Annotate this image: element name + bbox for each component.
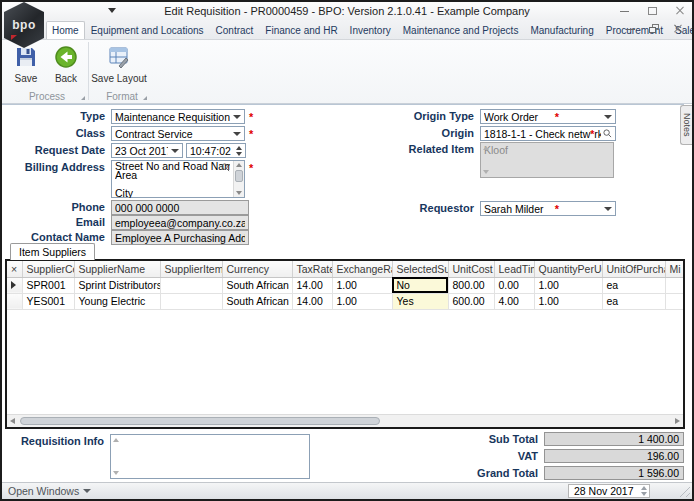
scrollbar-thumb[interactable] [20,417,380,425]
chevron-down-icon[interactable] [233,115,241,119]
scroll-up-icon[interactable] [236,163,242,167]
cell[interactable]: 1.00 [534,277,602,293]
cell[interactable]: 0.00 [494,277,534,293]
cell[interactable] [665,293,683,309]
cell[interactable]: 1.00 [332,293,392,309]
group-format-label: Format [106,91,138,102]
requestor-dropdown[interactable]: Sarah Milder * [480,201,616,216]
time-spinner-icon[interactable] [236,146,242,156]
column-header-exchangerate[interactable]: ExchangeRate [332,261,392,277]
scroll-down-icon[interactable] [236,191,242,195]
mdi-close-button[interactable] [672,23,684,35]
tab-inventory[interactable]: Inventory [344,21,397,39]
cell[interactable] [160,277,222,293]
save-button[interactable]: Save [6,42,46,84]
tab-maintenance-and-projects[interactable]: Maintenance and Projects [397,21,525,39]
tab-equipment-and-locations[interactable]: Equipment and Locations [85,21,210,39]
origin-type-dropdown[interactable]: Work Order * [480,109,616,124]
resize-grip[interactable] [677,484,690,497]
chevron-down-icon[interactable] [604,115,612,119]
cell[interactable]: 800.00 [448,277,494,293]
scroll-up-icon[interactable] [113,438,119,442]
class-dropdown[interactable]: Contract Service [111,126,245,141]
billing-address-scrollbar[interactable] [233,161,244,197]
type-dropdown[interactable]: Maintenance Requisition [111,109,245,124]
open-windows-button[interactable]: Open Windows [8,485,91,497]
cell[interactable] [160,293,222,309]
cell[interactable]: South African Rand [222,293,292,309]
requisition-info-field[interactable] [110,434,310,479]
origin-lookup-field[interactable]: 1818-1-1 - Check netw*rk require... [480,126,616,141]
delete-column-header[interactable]: × [7,261,22,277]
cell[interactable] [665,277,683,293]
column-header-unitcost[interactable]: UnitCost [448,261,494,277]
save-layout-button[interactable]: Save Layout [91,42,147,84]
chevron-down-icon[interactable] [171,149,179,153]
tab-manufacturing[interactable]: Manufacturing [524,21,599,39]
column-header-unitofpurchase[interactable]: UnitOfPurchase [602,261,665,277]
cell-selected-supplier[interactable]: No [392,277,448,293]
process-dialog-launcher-icon[interactable] [81,96,85,100]
column-header-suppliercode[interactable]: SupplierCode [22,261,74,277]
mdi-minimize-button[interactable] [624,23,636,35]
date-spinner-icon[interactable] [641,486,647,496]
format-dialog-launcher-icon[interactable] [143,96,147,100]
cell[interactable]: 14.00 [292,293,332,309]
cell[interactable]: 600.00 [448,293,494,309]
grid-horizontal-scrollbar[interactable] [7,414,683,427]
cell[interactable]: 14.00 [292,277,332,293]
column-header-currency[interactable]: Currency [222,261,292,277]
cell[interactable]: 1.00 [534,293,602,309]
email-label: Email [4,215,111,228]
column-header-supplieritemcode[interactable]: SupplierItemCode [160,261,222,277]
tab-finance-and-hr[interactable]: Finance and HR [259,21,343,39]
minimize-button[interactable] [618,5,630,17]
save-icon [14,45,38,71]
status-date-field[interactable]: 28 Nov 2017 [568,484,650,498]
request-time-spinner[interactable]: 10:47:02 AM [186,143,246,158]
search-icon[interactable] [603,128,612,140]
cell[interactable]: ea [602,293,665,309]
requisition-info-label: Requisition Info [2,434,110,479]
mdi-restore-button[interactable] [648,23,660,35]
cell[interactable]: 4.00 [494,293,534,309]
cell[interactable]: Sprint Distributors Local [74,277,160,293]
back-icon [54,45,78,71]
tab-home[interactable]: Home [46,21,85,39]
required-marker: * [555,111,559,123]
cell[interactable]: Young Electric [74,293,160,309]
search-icon[interactable] [221,163,230,173]
scroll-down-icon[interactable] [113,471,119,475]
table-row[interactable]: YES001 Young Electric South African Rand… [7,293,683,309]
chevron-down-icon[interactable] [233,132,241,136]
notes-side-tab[interactable]: Notes [680,105,692,145]
column-header-quantityperuop[interactable]: QuantityPerUOP [534,261,602,277]
column-header-selectedsupplier[interactable]: SelectedSupplier [392,261,448,277]
column-header-truncated[interactable]: Mi [665,261,683,277]
cell[interactable]: South African Rand [222,277,292,293]
cell[interactable]: ea [602,277,665,293]
billing-address-field[interactable]: Street No and Road Name Area City [111,160,245,198]
chevron-down-icon[interactable] [604,207,612,211]
cell[interactable]: 1.00 [332,277,392,293]
logo-text: bpo [12,18,36,32]
table-row[interactable]: SPR001 Sprint Distributors Local South A… [7,277,683,293]
cell[interactable]: SPR001 [22,277,74,293]
ribbon: Save Back Save Layout Process [2,40,692,104]
scroll-left-icon[interactable] [10,418,15,424]
contact-name-label: Contact Name [4,230,111,243]
back-button[interactable]: Back [46,42,86,84]
tab-contract[interactable]: Contract [210,21,260,39]
tab-item-suppliers[interactable]: Item Suppliers [10,243,95,260]
quick-access-dropdown-icon[interactable] [108,8,116,13]
column-header-leadtime[interactable]: LeadTime [494,261,534,277]
cell-selected-supplier[interactable]: Yes [392,293,448,309]
column-header-suppliername[interactable]: SupplierName [74,261,160,277]
scroll-right-icon[interactable] [675,418,680,424]
maximize-button[interactable] [646,5,658,17]
cell[interactable]: YES001 [22,293,74,309]
request-date-picker[interactable]: 23 Oct 2017 [111,143,183,158]
column-header-taxrate[interactable]: TaxRate [292,261,332,277]
scrollbar-thumb[interactable] [235,170,243,182]
close-button[interactable] [674,5,686,17]
